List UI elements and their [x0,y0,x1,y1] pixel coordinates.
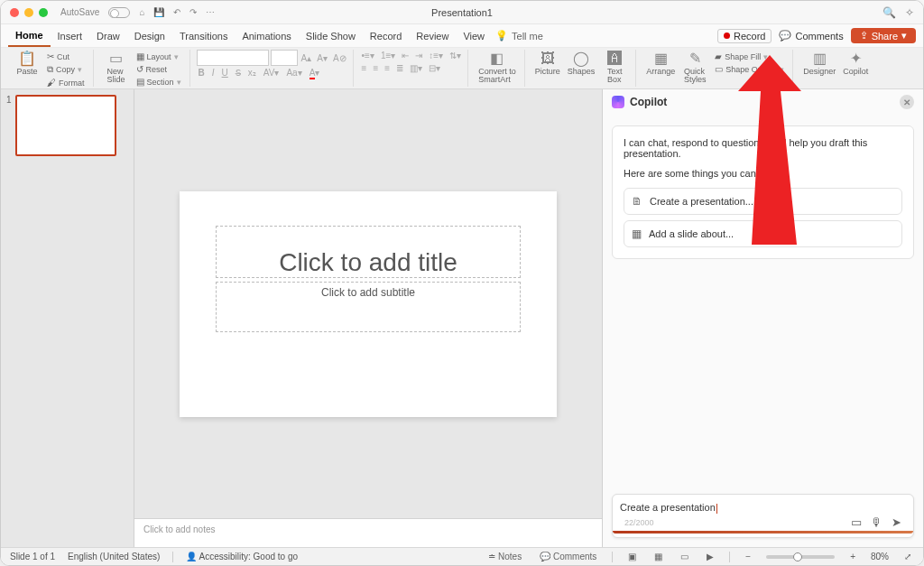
zoom-level[interactable]: 80% [871,552,889,561]
zoom-out-button[interactable]: − [743,552,753,561]
redo-icon[interactable]: ↷ [189,7,197,17]
undo-icon[interactable]: ↶ [173,7,180,17]
underline-button[interactable]: U [220,67,230,79]
copy-button[interactable]: ⧉Copy ▾ [45,63,87,76]
status-comments-button[interactable]: 💬 Comments [537,552,599,561]
grow-font-button[interactable]: A▴ [300,52,314,64]
align-center-button[interactable]: ≡ [371,62,380,74]
tab-insert[interactable]: Insert [51,24,90,47]
tab-view[interactable]: View [456,24,492,47]
tab-record[interactable]: Record [363,24,409,47]
layout-button[interactable]: ▦Layout ▾ [134,51,183,62]
copilot-input-box[interactable]: Create a presentation 22/2000 ▭ 🎙 ➤ [612,494,914,538]
fill-icon: ▰ [715,51,722,61]
tab-transitions[interactable]: Transitions [172,24,235,47]
notes-pane[interactable]: Click to add notes [134,518,602,547]
status-language[interactable]: English (United States) [68,552,160,561]
tab-review[interactable]: Review [409,24,456,47]
shape-fill-button[interactable]: ▰Shape Fill ▾ [713,51,786,62]
home-icon[interactable]: ⌂ [139,7,144,17]
tab-design[interactable]: Design [127,24,172,47]
shrink-font-button[interactable]: A▾ [315,52,329,64]
clear-format-button[interactable]: A⊘ [331,52,348,64]
view-slideshow-icon[interactable]: ▶ [704,552,716,561]
search-icon[interactable]: 🔍 [882,6,896,19]
mic-icon[interactable]: 🎙 [866,515,887,529]
copilot-suggestion-add-slide[interactable]: ▦ Add a slide about... [624,220,902,247]
font-select[interactable] [197,50,269,66]
bullets-button[interactable]: •≡▾ [360,50,376,61]
status-accessibility[interactable]: 👤 Accessibility: Good to go [186,552,298,561]
slide-thumbnail[interactable] [15,95,116,156]
zoom-in-button[interactable]: + [847,552,858,561]
more-quick-icon[interactable]: ⋯ [206,7,215,17]
view-reading-icon[interactable]: ▭ [678,552,691,561]
section-button[interactable]: ▤Section ▾ [134,76,183,88]
case-button[interactable]: Aa▾ [284,67,303,79]
line-spacing-button[interactable]: ↕≡▾ [427,50,445,61]
strike-button[interactable]: S̶ [234,67,243,79]
tell-me[interactable]: 💡 Tell me [495,30,543,42]
justify-button[interactable]: ≣ [394,62,405,74]
sub-script-button[interactable]: x₂ [246,67,258,79]
copilot-glyph-icon[interactable]: ✧ [905,6,914,19]
new-slide-button[interactable]: ▭ New Slide [100,50,133,86]
title-placeholder[interactable]: Click to add title [216,226,521,278]
format-painter-button[interactable]: 🖌Format [45,77,87,88]
quick-styles-button[interactable]: ✎Quick Styles [679,50,711,86]
zoom-slider[interactable] [766,555,835,559]
italic-button[interactable]: I [210,67,217,79]
fit-window-icon[interactable]: ⤢ [901,552,914,561]
copilot-button[interactable]: ✦Copilot [839,50,872,77]
close-window-icon[interactable] [10,8,19,17]
align-left-button[interactable]: ≡ [360,62,369,74]
tab-draw[interactable]: Draw [89,24,127,47]
tab-home[interactable]: Home [8,24,51,47]
arrange-button[interactable]: ▦Arrange [642,50,679,77]
view-sorter-icon[interactable]: ▦ [651,552,665,561]
tab-slideshow[interactable]: Slide Show [299,24,363,47]
tab-animations[interactable]: Animations [235,24,298,47]
copilot-input[interactable]: Create a presentation [620,500,906,515]
convert-smartart-button[interactable]: ◧ Convert to SmartArt [475,50,520,86]
insert-picture-button[interactable]: 🖼Picture [531,50,564,77]
copilot-intro: I can chat, respond to questions, and he… [624,137,902,159]
align-right-button[interactable]: ≡ [383,62,392,74]
minimize-window-icon[interactable] [24,8,33,17]
font-color-button[interactable]: A▾ [308,67,322,79]
close-copilot-button[interactable]: ✕ [900,95,914,109]
new-slide-icon: ▭ [109,51,123,67]
columns-button[interactable]: ▥▾ [408,62,424,74]
status-notes-button[interactable]: ≐ Notes [485,552,524,561]
slide[interactable]: Click to add title Click to add subtitle [180,191,557,417]
zoom-window-icon[interactable] [39,8,48,17]
highlight-button[interactable]: AV▾ [262,67,282,79]
autosave-toggle[interactable] [108,7,130,18]
align-text-button[interactable]: ⊟▾ [427,62,442,74]
font-size[interactable] [271,50,298,66]
save-icon[interactable]: 💾 [153,7,164,17]
status-bar: Slide 1 of 1 English (United States) 👤 A… [1,547,923,565]
slide-canvas[interactable]: Click to add title Click to add subtitle [134,89,602,518]
comments-button[interactable]: 💬 Comments [779,30,843,42]
subtitle-placeholder[interactable]: Click to add subtitle [216,282,521,332]
copilot-suggestion-create[interactable]: 🗎 Create a presentation... [624,188,902,215]
numbering-button[interactable]: 1≡▾ [379,50,397,61]
shape-outline-button[interactable]: ▭Shape Outline ▾ [713,63,786,75]
attach-icon[interactable]: ▭ [846,515,866,529]
view-normal-icon[interactable]: ▣ [625,552,639,561]
bold-button[interactable]: B [197,67,207,79]
insert-textbox-button[interactable]: 🅰Text Box [598,50,631,86]
designer-button[interactable]: ▥Designer [799,50,839,77]
thumb-number: 1 [6,95,12,156]
record-button[interactable]: Record [717,29,772,43]
cut-button[interactable]: ✂︎Cut [45,51,87,62]
paste-button[interactable]: 📋 Paste [11,50,43,77]
indent-inc-button[interactable]: ⇥ [413,50,424,61]
text-dir-button[interactable]: ⇅▾ [448,50,463,61]
share-button[interactable]: ⇪ Share ▾ [851,28,916,43]
reset-button[interactable]: ↺Reset [134,63,183,75]
insert-shapes-button[interactable]: ◯Shapes [564,50,599,77]
send-icon[interactable]: ➤ [887,515,906,529]
indent-dec-button[interactable]: ⇤ [400,50,411,61]
